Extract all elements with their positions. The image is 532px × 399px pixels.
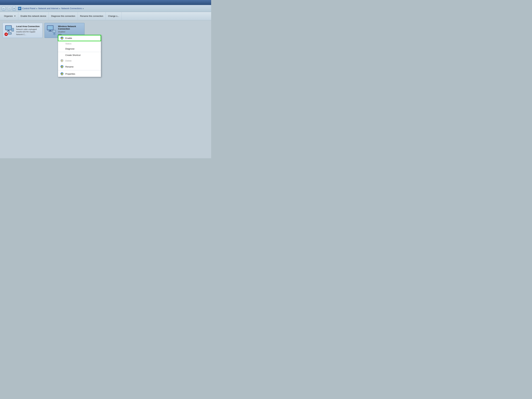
ctx-properties-label: Properties bbox=[65, 73, 75, 75]
local-connection-status2: Intel(R) 82579V Gigabit Network C... bbox=[16, 31, 41, 36]
connections-list: ✕ Local Area Connection Network cable un… bbox=[3, 23, 209, 38]
local-connection-name: Local Area Connection bbox=[16, 25, 41, 28]
svg-rect-5 bbox=[7, 31, 10, 32]
address-bar: ← → ▼ Control Panel ► Network and Intern… bbox=[0, 5, 211, 12]
wireless-connection-name: Wireless Network Connection bbox=[58, 25, 83, 30]
ctx-delete: Delete bbox=[58, 58, 101, 64]
svg-text:✕: ✕ bbox=[5, 33, 7, 36]
content-area: ✕ Local Area Connection Network cable un… bbox=[0, 20, 211, 158]
rename-connection-button[interactable]: Rename this connection bbox=[78, 12, 106, 20]
svg-rect-20 bbox=[61, 66, 63, 68]
wireless-connection-info: Wireless Network Connection Disabled Vir… bbox=[58, 25, 83, 36]
local-connection-status1: Network cable unplugged bbox=[16, 28, 41, 31]
dropdown-arrow-icon: ▼ bbox=[14, 15, 16, 17]
wireless-connection-status1: Disabled bbox=[58, 31, 83, 33]
ctx-create-shortcut[interactable]: Create Shortcut bbox=[58, 52, 101, 58]
ctx-shortcut-label: Create Shortcut bbox=[65, 54, 81, 56]
context-menu: Enable Status Diagnose Create Shortcut bbox=[58, 35, 101, 77]
svg-rect-6 bbox=[12, 28, 14, 32]
path-icon bbox=[18, 7, 21, 10]
svg-rect-16 bbox=[53, 30, 55, 32]
title-bar bbox=[0, 0, 211, 5]
ctx-delete-label: Delete bbox=[65, 59, 72, 62]
wireless-connection-icon bbox=[46, 25, 56, 36]
change-settings-button[interactable]: Change s... bbox=[106, 12, 122, 20]
svg-point-17 bbox=[54, 34, 55, 35]
svg-rect-12 bbox=[48, 26, 53, 29]
back-button[interactable]: ← bbox=[1, 6, 6, 11]
breadcrumb: Control Panel ► Network and Internet ► N… bbox=[22, 7, 84, 10]
local-connection-info: Local Area Connection Network cable unpl… bbox=[16, 25, 41, 36]
svg-rect-13 bbox=[50, 30, 51, 31]
svg-rect-14 bbox=[49, 31, 52, 32]
svg-rect-4 bbox=[8, 30, 9, 31]
local-connection-icon: ✕ bbox=[5, 25, 14, 36]
ctx-rename-label: Rename bbox=[65, 65, 74, 68]
svg-rect-19 bbox=[61, 60, 63, 62]
nav-dropdown[interactable]: ▼ bbox=[13, 6, 16, 11]
ctx-properties[interactable]: Properties bbox=[58, 71, 101, 77]
ctx-enable-label: Enable bbox=[65, 37, 72, 39]
shield-gray-icon bbox=[60, 59, 64, 62]
ctx-status: Status bbox=[58, 41, 101, 46]
enable-device-button[interactable]: Enable this network device bbox=[18, 12, 49, 20]
svg-rect-21 bbox=[61, 74, 63, 75]
diagnose-connection-button[interactable]: Diagnose this connection bbox=[49, 12, 78, 20]
local-area-connection-item[interactable]: ✕ Local Area Connection Network cable un… bbox=[3, 23, 43, 38]
ctx-status-label: Status bbox=[65, 42, 71, 45]
svg-rect-18 bbox=[61, 38, 63, 39]
svg-rect-3 bbox=[6, 26, 11, 29]
svg-rect-1 bbox=[19, 8, 20, 9]
shield-rename-icon bbox=[60, 65, 64, 68]
ctx-diagnose[interactable]: Diagnose bbox=[58, 46, 101, 51]
shield-icon bbox=[60, 36, 64, 40]
forward-button[interactable]: → bbox=[7, 6, 12, 11]
shield-properties-icon bbox=[60, 72, 64, 76]
ctx-diagnose-label: Diagnose bbox=[65, 48, 75, 50]
ctx-rename[interactable]: Rename bbox=[58, 64, 101, 70]
organize-button[interactable]: Organize ▼ bbox=[2, 12, 18, 20]
svg-rect-10 bbox=[9, 33, 11, 34]
ctx-enable[interactable]: Enable bbox=[58, 35, 101, 41]
toolbar: Organize ▼ Enable this network device Di… bbox=[0, 12, 211, 20]
